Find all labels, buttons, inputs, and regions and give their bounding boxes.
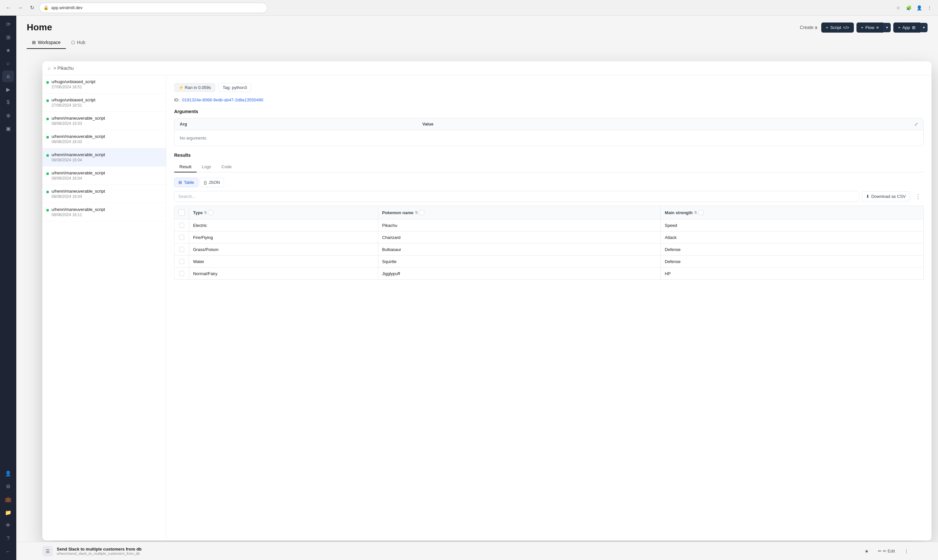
- create-flow-button[interactable]: + Flow ≡: [856, 23, 884, 32]
- row-checkbox-2[interactable]: [179, 247, 184, 252]
- row-checkbox-3[interactable]: [179, 259, 184, 264]
- sidebar-item-home[interactable]: ⌂: [2, 71, 14, 82]
- script-date: 08/08/2024 16:11: [52, 212, 161, 217]
- address-bar[interactable]: 🔒 app.windmill.dev: [39, 3, 268, 13]
- view-table-button[interactable]: ⊞ Table: [174, 178, 198, 187]
- list-item[interactable]: u/hugo/unbiased_script 27/06/2024 18:51: [42, 75, 166, 94]
- bottom-edit-button[interactable]: ✏ ✏ Edit: [875, 547, 898, 555]
- create-app-dropdown-button[interactable]: ▾: [920, 23, 927, 32]
- sort-icon-type: ⇅: [204, 211, 207, 215]
- cell-strength-0: Speed: [661, 219, 924, 231]
- nav-tabs: ⊞ Workspace ⬡ Hub: [16, 32, 938, 49]
- bottom-bar-title: Send Slack to multiple customers from db: [57, 547, 858, 552]
- bottom-star-button[interactable]: ★: [861, 547, 872, 556]
- forward-button[interactable]: →: [15, 3, 25, 12]
- plus-icon-flow: +: [861, 25, 864, 30]
- table-row: Electric Pikachu Speed: [174, 219, 924, 231]
- sidebar-item-files[interactable]: 📁: [2, 506, 14, 518]
- menu-button[interactable]: ⋮: [925, 3, 934, 12]
- back-button[interactable]: ←: [4, 3, 13, 12]
- create-flow-dropdown-button[interactable]: ▾: [883, 23, 891, 32]
- cell-pokemon-2: Bulbasaur: [378, 243, 661, 255]
- script-name: u/henri/maneuverable_script: [52, 207, 161, 212]
- windmill-logo[interactable]: ⟳: [2, 18, 14, 30]
- tab-result[interactable]: Result: [174, 162, 197, 172]
- search-breadcrumb: > Pikachu: [54, 66, 74, 71]
- sidebar-item-settings[interactable]: ⚙: [2, 480, 14, 492]
- sidebar-collapse-button[interactable]: ←: [2, 546, 14, 557]
- sidebar-item-integrations[interactable]: ⊕: [2, 109, 14, 121]
- sidebar-item-search[interactable]: ⌕: [2, 57, 14, 69]
- search-input[interactable]: [76, 66, 926, 71]
- filter-pokemon-checkbox[interactable]: [419, 210, 424, 215]
- list-item[interactable]: u/henri/maneuverable_script 08/08/2024 1…: [42, 148, 166, 166]
- flow-icon: ≡: [876, 25, 879, 30]
- reload-button[interactable]: ↻: [28, 3, 37, 12]
- sidebar-item-audit[interactable]: 👁: [2, 520, 14, 531]
- create-script-button[interactable]: + Script </>: [821, 23, 854, 32]
- list-item[interactable]: u/henri/maneuverable_script 08/08/2024 1…: [42, 130, 166, 148]
- view-json-button[interactable]: {} JSON: [200, 178, 224, 187]
- tab-workspace[interactable]: ⊞ Workspace: [27, 37, 66, 49]
- create-app-button[interactable]: + App ⊞: [893, 23, 920, 32]
- list-item[interactable]: u/henri/maneuverable_script 08/08/2024 1…: [42, 112, 166, 130]
- sidebar-item-workspace[interactable]: 💼: [2, 494, 14, 505]
- tab-code[interactable]: Code: [216, 162, 237, 172]
- filter-type-checkbox[interactable]: [208, 210, 213, 215]
- search-modal-body: u/hugo/unbiased_script 27/06/2024 18:51 …: [42, 75, 932, 540]
- cell-strength-4: HP: [661, 268, 924, 280]
- create-flow-split: + Flow ≡ ▾: [856, 23, 891, 32]
- status-dot: [46, 118, 49, 120]
- extensions-button[interactable]: 🧩: [904, 3, 913, 12]
- edit-icon: ✏: [878, 549, 882, 554]
- app-label: App: [903, 25, 910, 30]
- cell-type-3: Water: [189, 255, 378, 268]
- cell-pokemon-1: Charizard: [378, 231, 661, 243]
- sidebar-item-help[interactable]: ?: [2, 532, 14, 545]
- filter-strength-checkbox[interactable]: [698, 210, 704, 215]
- search-modal-header: ⌕ > Pikachu: [42, 61, 932, 75]
- run-id-label: ID:: [174, 97, 180, 102]
- browser-chrome: ← → ↻ 🔒 app.windmill.dev ☆ 🧩 👤 ⋮: [0, 0, 938, 15]
- results-tabs: Result Logs Code: [174, 162, 924, 172]
- flow-label: Flow: [865, 25, 874, 30]
- list-item[interactable]: u/hugo/unbiased_script 27/06/2024 18:51: [42, 94, 166, 112]
- tab-hub[interactable]: ⬡ Hub: [66, 37, 91, 49]
- profile-button[interactable]: 👤: [915, 3, 924, 12]
- select-all-checkbox[interactable]: [179, 209, 185, 216]
- search-icon: ⌕: [48, 65, 51, 71]
- bottom-more-button[interactable]: ⋮: [901, 547, 912, 556]
- run-info-row: ⚡ Ran in 0.059s Tag: python3: [174, 83, 924, 92]
- cell-strength-1: Attack: [661, 231, 924, 243]
- script-name: u/henri/maneuverable_script: [52, 134, 161, 139]
- script-label: Script: [830, 25, 841, 30]
- list-item[interactable]: u/henri/maneuverable_script 08/08/2024 1…: [42, 166, 166, 185]
- app-grid-icon: ⊞: [912, 25, 915, 30]
- script-date: 08/08/2024 16:04: [52, 158, 161, 162]
- list-item[interactable]: u/henri/maneuverable_script 08/08/2024 1…: [42, 185, 166, 203]
- table-row: Normal/Fairy Jigglypuff HP: [174, 268, 924, 280]
- table-row: Grass/Poison Bulbasaur Defense: [174, 243, 924, 255]
- sidebar-item-resources[interactable]: ▣: [2, 123, 14, 134]
- download-csv-button[interactable]: ⬇ Download as CSV: [862, 191, 910, 202]
- table-search-input[interactable]: [174, 191, 859, 202]
- cell-strength-3: Defense: [661, 255, 924, 268]
- run-time-badge: ⚡ Ran in 0.059s: [174, 83, 215, 92]
- row-checkbox-0[interactable]: [179, 223, 184, 228]
- tab-logs[interactable]: Logs: [197, 162, 216, 172]
- sidebar-item-users[interactable]: 👤: [2, 468, 14, 479]
- script-name: u/henri/maneuverable_script: [52, 152, 161, 157]
- table-more-button[interactable]: ⋮: [913, 192, 924, 202]
- expand-args-button[interactable]: ⤢: [914, 122, 918, 127]
- sidebar-item-runs[interactable]: ▶: [2, 83, 14, 95]
- main-area: Home Create a + Script </> + Flow ≡ ▾: [16, 15, 938, 560]
- run-id-link[interactable]: 0191324e-8068-9edb-ab47-2d8a13550490: [182, 97, 263, 102]
- bookmark-button[interactable]: ☆: [893, 3, 903, 12]
- sidebar-item-dashboard[interactable]: ⊞: [2, 31, 14, 43]
- sidebar-item-billing[interactable]: $: [2, 97, 14, 108]
- row-checkbox-1[interactable]: [179, 235, 184, 240]
- view-toggle: ⊞ Table {} JSON: [174, 178, 924, 187]
- list-item[interactable]: u/henri/maneuverable_script 08/08/2024 1…: [42, 203, 166, 222]
- sidebar-item-favorites[interactable]: ★: [2, 44, 14, 56]
- row-checkbox-4[interactable]: [179, 271, 184, 276]
